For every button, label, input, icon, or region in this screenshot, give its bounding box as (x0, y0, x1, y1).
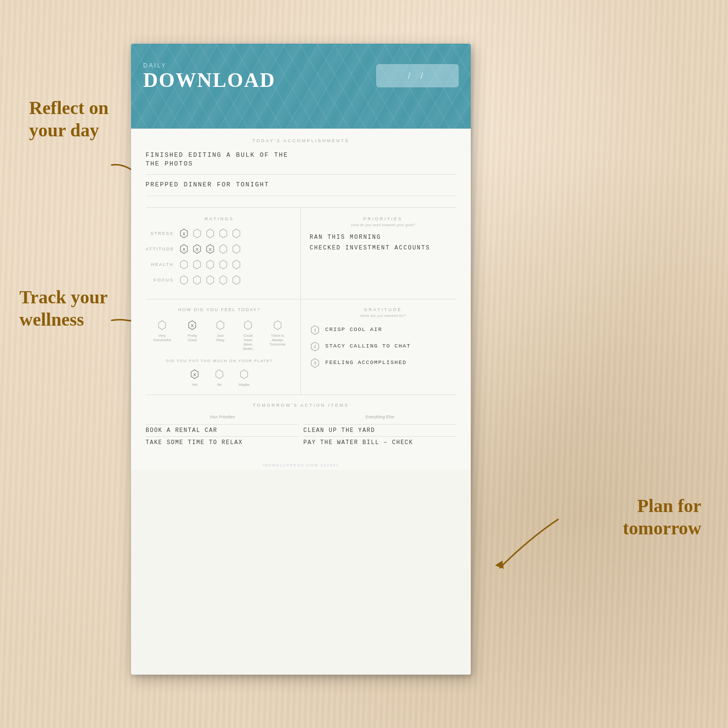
svg-marker-8 (233, 229, 240, 237)
date-placeholder: / / (408, 71, 427, 81)
feel-section: HOW DID YOU FEEL TODAY? VerySuccessful X (146, 299, 301, 395)
feel-option-always-tomorrow: There isAlwaysTomorrow (269, 319, 285, 351)
footer-text: INKWELLPRESS.COM 142041 (146, 458, 456, 470)
gratitude-text-3: FEELING ACCOMPLISHED (325, 358, 407, 365)
hex-empty (231, 275, 242, 285)
plate-label: DID YOU PUT TOO MUCH ON YOUR PLATE? (146, 359, 293, 363)
plate-option-label: Maybe (239, 382, 250, 387)
hex-empty (218, 244, 229, 254)
priority-item-1: RAN THIS MORNING (310, 234, 456, 241)
feel-option-very-successful: VerySuccessful (153, 319, 171, 351)
hex-empty (271, 319, 284, 331)
hex-empty (205, 228, 215, 239)
date-input-box[interactable]: / / (376, 64, 459, 87)
annotation-track: Track your wellness (19, 286, 108, 331)
plate-option-yes: X Yes (188, 368, 201, 387)
gratitude-item-1: 1 CRISP COOL AIR (310, 325, 456, 335)
section-ratings-priorities: RATINGS STRESS X (146, 208, 456, 299)
feel-option-could-have: CouldHaveBeenBetter (242, 319, 254, 351)
svg-marker-7 (220, 229, 227, 237)
hex-group-health (179, 259, 242, 270)
tomorrow-everything-1: CLEAN UP THE YARD (303, 424, 456, 436)
rating-row-stress: STRESS X (146, 228, 293, 239)
tomorrow-col-priorities: Your Priorities BOOK A RENTAL CAR TAKE S… (146, 414, 298, 448)
hex-empty (242, 319, 254, 331)
hex-filled: X (179, 228, 189, 239)
svg-marker-20 (220, 260, 227, 268)
feel-option-label: PrettyGood (188, 333, 198, 342)
plate-option-no: No (213, 368, 226, 387)
notepad-body: TODAY'S ACCOMPLISHMENTS FINISHED EDITING… (131, 129, 471, 470)
svg-text:X: X (193, 372, 196, 377)
hex-empty (192, 228, 202, 239)
hex-empty (179, 259, 189, 270)
hex-empty (192, 275, 202, 285)
svg-marker-30 (216, 320, 224, 329)
tomorrow-col-everything: Everything Else CLEAN UP THE YARD PAY TH… (303, 414, 456, 448)
tomorrow-col-everything-label: Everything Else (303, 414, 456, 419)
gratitude-num-icon-3: 3 (310, 358, 320, 368)
line-divider (146, 174, 456, 175)
plate-option-label: No (217, 382, 222, 387)
plate-option-label: Yes (192, 382, 198, 387)
hex-empty (218, 259, 229, 270)
notepad-header: DAILY DOWNLOAD / / (131, 44, 471, 129)
hex-group-focus (179, 275, 242, 285)
accomplishment-item-2: PREPPED DINNER FOR TONIGHT (146, 179, 456, 191)
gratitude-item-3: 3 FEELING ACCOMPLISHED (310, 358, 456, 368)
svg-text:X: X (196, 247, 199, 251)
gratitude-item-2: 2 STACY CALLING TO CHAT (310, 341, 456, 352)
plate-options: X Yes No (146, 368, 293, 387)
hex-filled: X (192, 244, 202, 254)
hex-empty (205, 275, 215, 285)
svg-marker-21 (233, 260, 240, 268)
hex-filled: X (205, 244, 215, 254)
gratitude-num-icon-1: 1 (310, 325, 320, 335)
accomplishment-item-1: FINISHED EDITING A BULK OF THETHE PHOTOS (146, 149, 456, 170)
gratitude-section: GRATITUDE What are you thankful for? 1 C… (301, 299, 456, 395)
feel-options: VerySuccessful X PrettyGood (146, 319, 293, 351)
gratitude-num-icon-2: 2 (310, 341, 320, 352)
priorities-label: PRIORITIES (310, 216, 456, 221)
hex-empty (218, 275, 229, 285)
line-divider-2 (146, 196, 456, 196)
svg-marker-25 (220, 275, 227, 284)
notepad: DAILY DOWNLOAD / / TODAY'S ACCOMPLISHMEN… (131, 44, 471, 675)
col-ratings: RATINGS STRESS X (146, 208, 301, 299)
hex-empty (205, 259, 215, 270)
arrow-plan-icon (476, 510, 573, 582)
plate-option-maybe: Maybe (238, 368, 250, 387)
svg-marker-31 (245, 320, 252, 329)
svg-marker-26 (233, 275, 240, 284)
hex-empty (156, 319, 168, 331)
hex-group-stress: X (179, 228, 242, 239)
hex-empty (218, 228, 229, 239)
svg-marker-16 (233, 244, 240, 253)
header-download-title: DOWNLOAD (143, 70, 276, 90)
gratitude-label: GRATITUDE (310, 307, 456, 312)
svg-marker-35 (216, 369, 223, 378)
gratitude-text-1: CRISP COOL AIR (325, 325, 382, 332)
svg-marker-17 (181, 260, 188, 268)
svg-text:3: 3 (314, 361, 316, 365)
svg-marker-6 (207, 229, 214, 237)
tomorrow-priority-1: BOOK A RENTAL CAR (146, 424, 298, 436)
feel-option-label: VerySuccessful (153, 333, 171, 342)
hex-empty (214, 319, 227, 331)
tomorrow-col-priorities-label: Your Priorities (146, 414, 298, 419)
feel-option-label: CouldHaveBeenBetter (243, 333, 253, 351)
rating-row-focus: FOCUS (146, 275, 293, 285)
svg-text:X: X (191, 323, 194, 328)
svg-marker-22 (181, 275, 188, 284)
section-accomplishments: TODAY'S ACCOMPLISHMENTS FINISHED EDITING… (146, 129, 456, 208)
hex-empty (213, 368, 226, 381)
svg-marker-19 (207, 260, 214, 268)
tomorrow-label: TOMORROW'S ACTION ITEMS (146, 403, 456, 408)
feel-option-label: JustOkay (216, 333, 225, 342)
svg-text:2: 2 (314, 344, 316, 349)
svg-text:X: X (182, 247, 185, 251)
feel-option-pretty-good: X PrettyGood (186, 319, 199, 351)
rating-name-stress: STRESS (146, 231, 174, 236)
hex-empty (231, 244, 242, 254)
priority-item-2: CHECKED INVESTMENT ACCOUNTS (310, 245, 456, 251)
